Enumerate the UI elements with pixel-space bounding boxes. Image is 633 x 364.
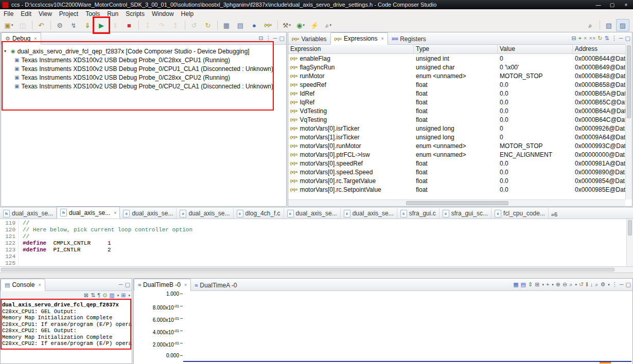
- resume-button[interactable]: ▶: [95, 19, 108, 31]
- display-selected-console-icon[interactable]: ▥: [109, 293, 114, 298]
- pin-view-icon[interactable]: ⊡: [259, 35, 263, 41]
- dropdown-caret-icon[interactable]: ▾: [552, 283, 554, 287]
- clear-console-icon[interactable]: ⊠: [84, 293, 89, 298]
- remove-expression-icon[interactable]: ×: [584, 35, 587, 41]
- column-header-type[interactable]: Type: [414, 45, 498, 53]
- expression-row[interactable]: (x)=runMotorenum <unnamed>MOTOR_STOP0x00…: [288, 71, 632, 80]
- scrollbar-thumb[interactable]: [628, 220, 632, 235]
- remove-all-expressions-icon[interactable]: ××: [589, 35, 596, 41]
- tab-overflow-chevron[interactable]: »6: [549, 211, 560, 219]
- tab-expressions[interactable]: (x)=Expressions×: [330, 32, 388, 45]
- maximize-icon[interactable]: ▢: [625, 35, 630, 41]
- editor-tab-dual-axis-se[interactable]: cdual_axis_se...: [177, 208, 233, 219]
- expression-row[interactable]: (x)=VqTestingfloat0.00x0000B64C@Dat: [288, 115, 632, 124]
- zoom-mode-icon[interactable]: ⌕: [569, 282, 572, 287]
- highlight-tool-button[interactable]: ⌕▾: [322, 19, 335, 31]
- refresh-button[interactable]: ↻: [201, 19, 215, 31]
- scroll-lock-icon[interactable]: ⇅: [91, 293, 95, 298]
- close-icon[interactable]: ×: [184, 282, 187, 287]
- build-button[interactable]: ⚒▾: [280, 19, 293, 31]
- add-expression-icon[interactable]: +: [578, 35, 582, 41]
- close-icon[interactable]: ×: [38, 282, 41, 287]
- expressions-vertical-scrollbar[interactable]: [625, 44, 632, 199]
- editor-tab-sfra-gui-c[interactable]: csfra_gui.c: [397, 208, 439, 219]
- close-icon[interactable]: ×: [381, 36, 383, 41]
- dropdown-caret-icon[interactable]: ▾: [542, 283, 544, 287]
- expression-row[interactable]: (x)=speedReffloat0.00x0000B658@Dat: [288, 80, 632, 89]
- minimize-icon[interactable]: ─: [620, 282, 624, 287]
- expression-row[interactable]: (x)=motorVars[1].isrTickerunsigned long0…: [288, 133, 632, 141]
- tab-dualtimeb-0[interactable]: ≈DualTimeB -0×: [134, 279, 191, 291]
- expression-row[interactable]: (x)=motorVars[0].rc.SetpointValuefloat0.…: [288, 185, 632, 194]
- target-config-button[interactable]: ⚙: [53, 19, 66, 31]
- freeze-icon[interactable]: ‖: [586, 282, 588, 287]
- expression-row[interactable]: (x)=VdTestingfloat0.00x0000B64A@Dat: [288, 106, 632, 115]
- expression-row[interactable]: (x)=motorVars[0].speedReffloat0.00x00009…: [288, 159, 632, 168]
- maximize-window-button[interactable]: ▢: [605, 0, 619, 9]
- editor-tab-sfra-gui-sc[interactable]: csfra_gui_sc...: [439, 208, 491, 219]
- cursor-icon[interactable]: +: [546, 282, 549, 287]
- expression-row[interactable]: (x)=motorVars[0].rc.TargetValuefloat0.00…: [288, 176, 632, 185]
- close-icon[interactable]: ×: [34, 36, 37, 41]
- dropdown-caret-icon[interactable]: ▾: [608, 283, 610, 287]
- new-button[interactable]: ▣▾: [2, 19, 15, 31]
- minimize-window-button[interactable]: —: [591, 0, 605, 9]
- column-header-address[interactable]: Address: [573, 45, 632, 53]
- tab-console[interactable]: ▤ Console ×: [1, 279, 45, 291]
- axis-settings-icon[interactable]: ⊞: [535, 282, 539, 287]
- debug-tree-node[interactable]: ▣Texas Instruments XDS100v2 USB Debug Pr…: [1, 56, 286, 64]
- tab-variables[interactable]: (x)=Variables: [288, 33, 330, 44]
- reset-view-icon[interactable]: ↺: [579, 282, 584, 287]
- expression-row[interactable]: (x)=motorVars[0].isrTickerunsigned long0…: [288, 124, 632, 133]
- editor-tab-dual-axis-se[interactable]: hdual_axis_se...×: [57, 207, 120, 219]
- scrollbar-thumb[interactable]: [406, 201, 508, 205]
- tab-dualtimea-0[interactable]: ≈DualTimeA -0: [191, 280, 240, 290]
- code-editor[interactable]: 119120121122123124125 //// Here below, p…: [0, 219, 633, 266]
- editor-tab-dual-axis-se[interactable]: cdual_axis_se...: [341, 208, 397, 219]
- menu-view[interactable]: View: [35, 10, 56, 17]
- dropdown-caret-icon[interactable]: ▾: [117, 294, 119, 298]
- menu-help[interactable]: Help: [178, 10, 198, 17]
- tab-debug[interactable]: ⚙ Debug ×: [1, 32, 41, 45]
- menu-scripts[interactable]: Scripts: [122, 10, 148, 17]
- menu-file[interactable]: File: [0, 10, 17, 17]
- debug-tree-root[interactable]: ▾ ◉ dual_axis_servo_drive_fcl_qep_f2837x…: [1, 47, 286, 56]
- terminate-button[interactable]: ■: [122, 19, 136, 31]
- watch-button[interactable]: (x)=: [261, 19, 275, 31]
- edit-perspective-button[interactable]: ▧: [602, 19, 616, 31]
- autoscale-icon[interactable]: ⇕: [528, 282, 533, 287]
- editor-tab-fcl-cpu-code[interactable]: cfcl_cpu_code...: [491, 208, 549, 219]
- import-export-icon[interactable]: ⇅: [605, 35, 609, 41]
- menu-tools[interactable]: Tools: [82, 10, 103, 17]
- menu-run[interactable]: Run: [103, 10, 122, 17]
- flash-button[interactable]: ⚡: [308, 19, 321, 31]
- expression-row[interactable]: (x)=IqReffloat0.00x0000B65C@Dat: [288, 98, 632, 106]
- registers-button[interactable]: ▤: [234, 19, 247, 31]
- pin-console-icon[interactable]: ⊙: [102, 293, 107, 298]
- editor-horizontal-scrollbar[interactable]: [0, 266, 633, 273]
- expression-row[interactable]: (x)=flagSyncRununsigned char0 '\x00'0x00…: [288, 63, 632, 71]
- minimize-icon[interactable]: ─: [619, 35, 623, 41]
- close-window-button[interactable]: ×: [619, 0, 633, 9]
- editor-tab-dual-axis-se[interactable]: cdual_axis_se...: [120, 208, 177, 219]
- code-content[interactable]: //// Here below, pick current loop contr…: [19, 219, 633, 266]
- dropdown-caret-icon[interactable]: ▾: [289, 23, 291, 27]
- menu-edit[interactable]: Edit: [17, 10, 35, 17]
- dropdown-caret-icon[interactable]: ▾: [575, 283, 577, 287]
- menu-project[interactable]: Project: [56, 10, 82, 17]
- connect-button[interactable]: ↯: [67, 19, 80, 31]
- search-button[interactable]: ⌕: [584, 19, 597, 31]
- dropdown-caret-icon[interactable]: ▾: [303, 23, 305, 27]
- expression-row[interactable]: (x)=IdReffloat0.00x0000B65A@Dat: [288, 89, 632, 98]
- graph-plot-area[interactable]: 1.0008.000x10-016.000x10-014.000x10-012.…: [134, 291, 632, 364]
- editor-tab-dual-axis-se[interactable]: hdual_axis_se...: [0, 208, 57, 219]
- refresh-expressions-icon[interactable]: ↻: [597, 35, 602, 41]
- dropdown-caret-icon[interactable]: ▾: [128, 294, 130, 298]
- tab-registers[interactable]: 1010Registers: [388, 33, 430, 44]
- scrollbar-thumb[interactable]: [627, 45, 631, 118]
- graph-properties-icon[interactable]: ⚙: [600, 282, 605, 287]
- editor-vertical-scrollbar[interactable]: [626, 219, 633, 266]
- zoom-in-icon[interactable]: ⊕: [556, 282, 560, 287]
- data-format-icon[interactable]: ▦: [513, 282, 518, 287]
- maximize-icon[interactable]: ▢: [626, 282, 631, 287]
